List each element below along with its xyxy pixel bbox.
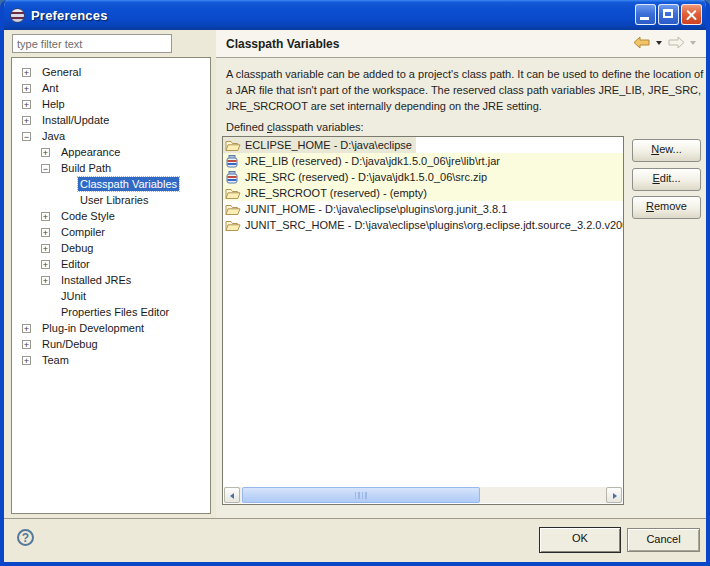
expand-icon[interactable]: + <box>22 340 31 349</box>
sidebar-item-properties-files-editor[interactable]: Properties Files Editor <box>12 304 210 320</box>
expand-icon[interactable]: + <box>22 84 31 93</box>
scroll-right-icon[interactable] <box>606 487 622 503</box>
sidebar-item-ant[interactable]: +Ant <box>12 80 210 96</box>
sidebar-item-label: Code Style <box>59 209 117 223</box>
sidebar-item-label: Installed JREs <box>59 273 133 287</box>
list-item[interactable]: ECLIPSE_HOME - D:\java\eclipse <box>223 137 623 153</box>
folder-icon <box>225 138 242 152</box>
list-item[interactable]: JRE_LIB (reserved) - D:\java\jdk1.5.0_06… <box>223 153 623 169</box>
page-title: Classpath Variables <box>216 37 339 51</box>
sidebar-item-classpath-variables[interactable]: Classpath Variables <box>12 176 210 192</box>
defined-variables-label: Defined classpath variables: <box>226 121 364 133</box>
help-icon[interactable]: ? <box>17 529 34 546</box>
collapse-icon[interactable]: − <box>22 132 31 141</box>
expand-icon[interactable]: + <box>41 148 50 157</box>
expand-icon[interactable]: + <box>22 68 31 77</box>
sidebar-item-team[interactable]: +Team <box>12 352 210 368</box>
jar-icon <box>225 154 242 168</box>
close-button[interactable] <box>681 4 702 25</box>
expand-icon[interactable]: + <box>22 356 31 365</box>
maximize-button[interactable] <box>658 4 679 25</box>
sidebar-item-debug[interactable]: +Debug <box>12 240 210 256</box>
sidebar-item-label: Team <box>40 353 71 367</box>
minimize-button[interactable] <box>635 4 656 25</box>
sidebar-item-appearance[interactable]: +Appearance <box>12 144 210 160</box>
list-item-label: JRE_SRC (reserved) - D:\java\jdk1.5.0_06… <box>245 171 487 183</box>
list-item-label: ECLIPSE_HOME - D:\java\eclipse <box>245 139 412 151</box>
remove-button[interactable]: Remove <box>632 196 701 219</box>
expand-icon[interactable]: + <box>41 212 50 221</box>
edit-button[interactable]: Edit... <box>632 168 701 191</box>
expand-icon[interactable]: + <box>41 276 50 285</box>
expand-icon[interactable]: + <box>41 260 50 269</box>
eclipse-logo-icon <box>10 8 25 23</box>
back-history-dropdown-icon[interactable] <box>656 41 662 45</box>
preferences-tree: +General +Ant +Help +Install/Update −Jav… <box>11 57 211 514</box>
sidebar-item-label: Editor <box>59 257 92 271</box>
sidebar-item-run-debug[interactable]: +Run/Debug <box>12 336 210 352</box>
list-item[interactable]: JRE_SRC (reserved) - D:\java\jdk1.5.0_06… <box>223 169 623 185</box>
sidebar-item-code-style[interactable]: +Code Style <box>12 208 210 224</box>
sidebar-item-label: Build Path <box>59 161 113 175</box>
scroll-left-icon[interactable] <box>224 487 240 503</box>
sidebar-item-label: Appearance <box>59 145 122 159</box>
folder-icon <box>225 186 242 200</box>
ok-button[interactable]: OK <box>539 527 621 553</box>
list-item[interactable]: JUNIT_SRC_HOME - D:\java\eclipse\plugins… <box>223 217 623 233</box>
sidebar-item-general[interactable]: +General <box>12 64 210 80</box>
scrollbar-thumb[interactable] <box>242 487 480 503</box>
sidebar-item-install-update[interactable]: +Install/Update <box>12 112 210 128</box>
new-button[interactable]: New... <box>632 139 701 162</box>
sidebar-item-editor[interactable]: +Editor <box>12 256 210 272</box>
sidebar-item-label: General <box>40 65 83 79</box>
sidebar-item-label: Properties Files Editor <box>59 305 171 319</box>
sidebar-item-label: Compiler <box>59 225 107 239</box>
filter-input[interactable] <box>12 34 172 53</box>
description-text: A classpath variable can be added to a p… <box>226 66 704 114</box>
content-panel: Classpath Variables A classpath variable… <box>216 30 710 518</box>
sidebar-item-label: Ant <box>40 81 61 95</box>
sidebar-item-label: Debug <box>59 241 95 255</box>
window-title: Preferences <box>31 8 108 23</box>
expand-icon[interactable]: + <box>22 100 31 109</box>
collapse-icon[interactable]: − <box>41 164 50 173</box>
sidebar-item-label: Classpath Variables <box>78 177 179 191</box>
sidebar-item-label: User Libraries <box>78 193 150 207</box>
sidebar-item-label: JUnit <box>59 289 88 303</box>
folder-icon <box>225 218 242 232</box>
title-bar[interactable]: Preferences <box>0 0 710 30</box>
horizontal-scrollbar[interactable] <box>224 487 622 503</box>
expand-icon[interactable]: + <box>41 228 50 237</box>
list-item[interactable]: JUNIT_HOME - D:\java\eclipse\plugins\org… <box>223 201 623 217</box>
sidebar-item-user-libraries[interactable]: User Libraries <box>12 192 210 208</box>
preferences-dialog: Preferences +General +Ant +Help +Install… <box>0 0 710 566</box>
sidebar-item-label: Plug-in Development <box>40 321 146 335</box>
sidebar-item-java[interactable]: −Java <box>12 128 210 144</box>
cancel-button[interactable]: Cancel <box>627 528 700 552</box>
sidebar-item-label: Install/Update <box>40 113 111 127</box>
sidebar-item-label: Run/Debug <box>40 337 100 351</box>
sidebar-item-build-path[interactable]: −Build Path <box>12 160 210 176</box>
expand-icon[interactable]: + <box>22 116 31 125</box>
expand-icon[interactable]: + <box>41 244 50 253</box>
sidebar-item-junit[interactable]: JUnit <box>12 288 210 304</box>
sidebar-item-compiler[interactable]: +Compiler <box>12 224 210 240</box>
forward-icon[interactable] <box>667 36 685 49</box>
list-item-label: JUNIT_SRC_HOME - D:\java\eclipse\plugins… <box>245 219 623 231</box>
footer-divider <box>4 518 706 519</box>
sidebar-item-installed-jres[interactable]: +Installed JREs <box>12 272 210 288</box>
sidebar-item-label: Help <box>40 97 67 111</box>
folder-icon <box>225 202 242 216</box>
sidebar-item-plugin-development[interactable]: +Plug-in Development <box>12 320 210 336</box>
classpath-variables-list[interactable]: ECLIPSE_HOME - D:\java\eclipse JRE_LIB (… <box>222 136 624 505</box>
list-item-label: JRE_LIB (reserved) - D:\java\jdk1.5.0_06… <box>245 155 500 167</box>
forward-history-dropdown-icon[interactable] <box>690 41 696 45</box>
sidebar-item-help[interactable]: +Help <box>12 96 210 112</box>
list-item-label: JRE_SRCROOT (reserved) - (empty) <box>245 187 427 199</box>
page-header: Classpath Variables <box>216 30 710 58</box>
back-icon[interactable] <box>633 36 651 49</box>
list-item-label: JUNIT_HOME - D:\java\eclipse\plugins\org… <box>245 203 507 215</box>
jar-icon <box>225 170 242 184</box>
expand-icon[interactable]: + <box>22 324 31 333</box>
list-item[interactable]: JRE_SRCROOT (reserved) - (empty) <box>223 185 623 201</box>
